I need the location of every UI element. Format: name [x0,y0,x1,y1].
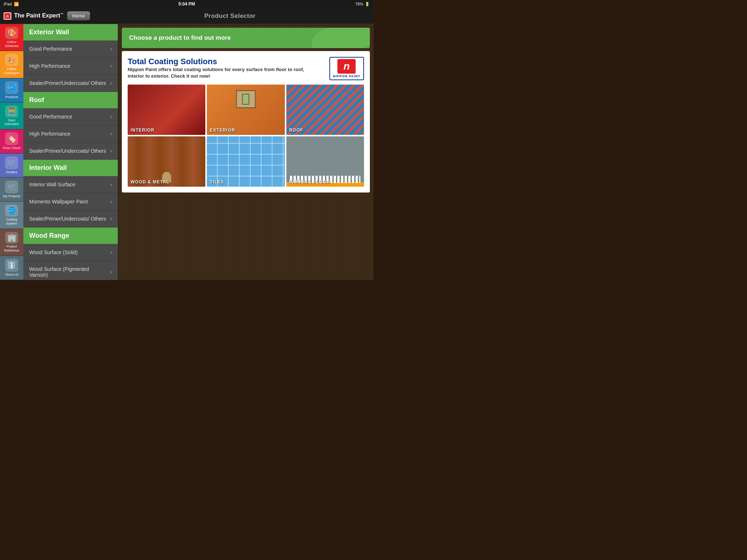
ad-subtitle: Nippon Paint offers total coating soluti… [128,66,317,79]
price-check-label: Price Check [3,146,21,150]
nippon-brand-text: NIPPON PAINT [333,74,360,78]
product-banner: Choose a product to find out more [122,28,370,48]
menu-item-exterior-sealer[interactable]: Sealer/Primer/Undercoats/ Others › [23,75,118,92]
nippon-logo: n NIPPON PAINT [329,57,364,80]
device-label: iPad [4,2,12,6]
sidebar-item-about-us[interactable]: ℹ️ About Us [0,256,23,280]
about-us-icon: ℹ️ [5,259,18,272]
my-projects-label: My Projects [3,194,20,198]
menu-item-exterior-high[interactable]: High Performance › [23,58,118,75]
menu-item-roof-good[interactable]: Good Performance › [23,108,118,125]
coating-solutions-grid: INTERIOR EXTERIOR ROOF [128,85,364,187]
menu-item-exterior-good[interactable]: Good Performance › [23,40,118,58]
coating-system-label: CoatingSystem [6,218,17,226]
wood-metal-label: WOOD & METAL [131,179,169,184]
products-icon: 🪣 [5,81,18,94]
chevron-icon: › [110,249,112,256]
section-header-interior-wall: Interior Wall [23,160,118,176]
roof-label: ROOF [289,128,303,133]
project-reference-icon: 🏢 [5,232,18,244]
menu-item-interior-sealer[interactable]: Sealer/Primer/Undercoats/ Others › [23,210,118,228]
content-panel: Choose a product to find out more Total … [118,24,374,280]
status-time: 5:04 PM [178,1,195,7]
chevron-icon: › [110,113,112,120]
sidebar-item-colour-schemes[interactable]: 🎨 ColourSchemes [0,24,23,51]
grid-cell-exterior[interactable]: EXTERIOR [207,85,285,135]
paint-calculator-label: PaintCalculator [4,118,19,127]
chevron-icon: › [110,63,112,69]
sidebar-item-my-projects[interactable]: 🛒 My Projects [0,178,23,202]
grid-cell-tiles[interactable]: TILES [207,136,285,187]
title-bar: n The Paint Expert™ Home Product Selecto… [0,8,374,24]
colour-catalogue-icon: 🎨 [5,54,18,66]
advertisement-block: Total Coating Solutions Nippon Paint off… [122,51,370,192]
chevron-icon: › [110,198,112,205]
chevron-icon: › [110,80,112,86]
paint-calculator-icon: 🧮 [5,105,18,117]
price-check-icon: 🏷️ [5,132,18,145]
menu-panel: Exterior Wall Good Performance › High Pe… [23,24,118,280]
colour-schemes-icon: 🎨 [5,27,18,39]
chevron-icon: › [110,269,112,275]
products-label: Products [5,95,18,99]
sidebar-item-coating-system[interactable]: 🪣 CoatingSystem [0,202,23,229]
chevron-icon: › [110,46,112,52]
app-logo: n The Paint Expert™ [4,12,63,20]
colour-catalogue-label: ColourCatalogue [4,67,19,75]
app-title: The Paint Expert™ [14,12,63,19]
status-left: iPad 📶 [4,2,19,7]
menu-item-roof-sealer[interactable]: Sealer/Primer/Undercoats/ Others › [23,143,118,160]
fake-window [236,90,256,108]
wifi-icon: 📶 [14,2,19,7]
section-header-roof: Roof [23,92,118,108]
my-projects-icon: 🛒 [5,180,18,193]
status-bar: iPad 📶 5:04 PM 78% 🔋 [0,0,374,8]
sidebar-item-dealers[interactable]: 🛒 Dealers [0,153,23,178]
sidebar-item-paint-calculator[interactable]: 🧮 PaintCalculator [0,102,23,129]
sidebar-item-products[interactable]: 🪣 Products [0,78,23,102]
parking-floor-label: PARKING FLOOR [289,179,330,184]
battery-icon: 🔋 [365,2,370,7]
menu-item-wood-solid[interactable]: Wood Surface (Solid) › [23,244,118,261]
menu-item-roof-high[interactable]: High Performance › [23,125,118,143]
battery-percent: 78% [355,2,363,6]
home-button[interactable]: Home [67,11,90,20]
menu-item-interior-momento[interactable]: Momento Wallpaper Paint › [23,193,118,210]
section-header-wood-range: Wood Range [23,228,118,244]
menu-item-interior-surface[interactable]: Interior Wall Surface › [23,176,118,193]
ad-title: Total Coating Solutions [128,57,317,66]
colour-schemes-label: ColourSchemes [5,40,19,48]
grid-cell-wood[interactable]: WOOD & METAL [128,136,205,187]
dealers-icon: 🛒 [5,156,18,169]
section-header-exterior-wall: Exterior Wall [23,24,118,40]
status-right: 78% 🔋 [355,2,370,7]
grid-cell-roof[interactable]: ROOF [286,85,364,135]
page-title: Product Selector [90,12,370,20]
nippon-n-logo: n [337,59,356,74]
exterior-label: EXTERIOR [210,128,235,133]
ad-text-block: Total Coating Solutions Nippon Paint off… [128,57,317,79]
coating-system-icon: 🪣 [5,205,18,217]
chevron-icon: › [110,215,112,222]
chevron-icon: › [110,131,112,137]
main-layout: 🎨 ColourSchemes 🎨 ColourCatalogue 🪣 Prod… [0,24,374,280]
sidebar-item-project-reference[interactable]: 🏢 ProjectReference [0,229,23,256]
sidebar-item-price-check[interactable]: 🏷️ Price Check [0,129,23,153]
chevron-icon: › [110,181,112,188]
project-reference-label: ProjectReference [4,245,19,253]
grid-cell-interior[interactable]: INTERIOR [128,85,205,135]
ad-header: Total Coating Solutions Nippon Paint off… [128,57,364,80]
interior-label: INTERIOR [131,128,154,133]
sidebar-icons: 🎨 ColourSchemes 🎨 ColourCatalogue 🪣 Prod… [0,24,23,280]
grid-cell-parking[interactable]: PARKING FLOOR [286,136,364,187]
tiles-label: TILES [210,179,224,184]
banner-text: Choose a product to find out more [129,34,231,41]
chevron-icon: › [110,148,112,154]
dealers-label: Dealers [6,170,17,174]
about-us-label: About Us [5,273,18,277]
sidebar-item-colour-catalogue[interactable]: 🎨 ColourCatalogue [0,51,23,78]
nippon-badge: n [4,12,11,20]
menu-item-wood-pigmented[interactable]: Wood Surface (Pigmented Varnish) › [23,261,118,280]
